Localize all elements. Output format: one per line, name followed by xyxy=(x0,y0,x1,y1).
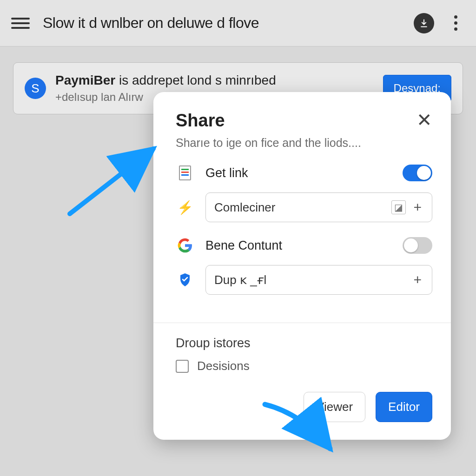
svg-line-0 xyxy=(70,149,153,214)
bene-row: Bene Contunt xyxy=(176,236,432,255)
dialog-title: Share xyxy=(176,111,416,131)
recipient-row-1: ⚡ Comleciner ◪ + xyxy=(176,192,432,222)
section-label: Droup istores xyxy=(176,336,432,350)
document-icon xyxy=(176,164,194,182)
google-icon xyxy=(176,236,194,255)
badge-icon: ◪ xyxy=(391,200,406,214)
annotation-arrow-1 xyxy=(60,130,167,223)
avatar: S xyxy=(25,78,46,99)
share-dialog: Share ✕ Sharıe to ige on fice and the li… xyxy=(153,92,451,440)
kebab-menu-icon[interactable] xyxy=(446,14,465,33)
decisions-label: Desisions xyxy=(197,359,250,373)
add-icon[interactable]: + xyxy=(411,272,423,288)
recipient-input-1[interactable]: Comleciner ◪ + xyxy=(205,192,432,222)
page-title: Slow it d wnlber on deluwe d flove xyxy=(43,14,414,32)
menu-icon[interactable] xyxy=(11,14,30,33)
viewer-button[interactable]: Viewer xyxy=(304,392,365,422)
appbar: Slow it d wnlber on deluwe d flove xyxy=(0,0,476,46)
recipient-input-2[interactable]: Dup ᴋ _ғl + xyxy=(205,265,432,295)
get-link-toggle[interactable] xyxy=(403,165,432,181)
close-icon[interactable]: ✕ xyxy=(416,111,432,129)
bene-label: Bene Contunt xyxy=(205,238,391,253)
download-icon[interactable] xyxy=(414,13,434,33)
shield-icon xyxy=(176,271,194,289)
bolt-icon: ⚡ xyxy=(176,198,194,217)
decisions-checkbox[interactable] xyxy=(176,360,189,373)
add-icon[interactable]: + xyxy=(411,199,423,215)
editor-button[interactable]: Editor xyxy=(376,392,432,422)
recipient-row-2: Dup ᴋ _ғl + xyxy=(176,265,432,295)
dialog-subtitle: Sharıe to ige on fice and the liods.... xyxy=(176,136,432,150)
get-link-row: Get link xyxy=(176,164,432,182)
bene-toggle[interactable] xyxy=(403,237,432,254)
card-line1: PaymiBer is addrepet lond s minrıbed xyxy=(55,73,383,88)
get-link-label: Get link xyxy=(205,166,391,180)
